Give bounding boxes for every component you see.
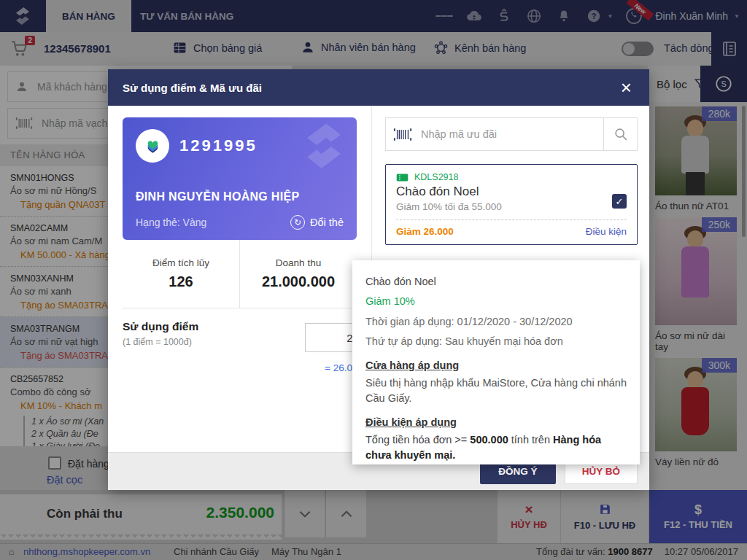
member-column: 1291995 ĐINH NGUYỄN HOÀNG HIỆP Hạng thẻ:…	[108, 106, 372, 452]
membership-heart-icon	[136, 129, 169, 163]
tooltip-condition: Tổng tiền hóa đơn >= 500.000 tính trên H…	[365, 432, 627, 462]
member-stats: Điểm tích lũy 126 Doanh thu 21.000.000	[123, 240, 357, 308]
voucher-search-box	[385, 117, 638, 151]
modal-header: Sử dụng điểm & Mã ưu đãi ×	[108, 69, 649, 106]
member-card-number: 1291995	[179, 136, 258, 155]
points-stat-value: 126	[169, 273, 193, 290]
pos-screen: BÁN HÀNG TƯ VẤN BÁN HÀNG ? ▼ New	[0, 0, 747, 560]
tooltip-time-range: Thời gian áp dụng: 01/12/2020 - 30/12/20…	[365, 314, 627, 329]
revenue-stat: Doanh thu 21.000.000	[239, 240, 357, 308]
voucher-checkbox-checked[interactable]: ✓	[612, 194, 627, 209]
tooltip-discount: Giảm 10%	[365, 294, 627, 308]
tooltip-stores-heading: Cửa hàng áp dụng	[365, 359, 627, 371]
tooltip-stores: Siêu thị hàng nhập khẩu MaiStore, Cửa hà…	[365, 376, 627, 405]
refresh-icon: ↻	[290, 215, 305, 230]
barcode-icon	[386, 128, 419, 141]
ticket-icon	[396, 173, 409, 182]
member-card: 1291995 ĐINH NGUYỄN HOÀNG HIỆP Hạng thẻ:…	[123, 117, 357, 240]
tooltip-apply-order: Thứ tự áp dụng: Sau khuyến mại hóa đơn	[365, 334, 627, 349]
voucher-card[interactable]: KDLS2918 Chào đón Noel Giảm 10% tối đa 5…	[385, 164, 638, 245]
change-card-button[interactable]: ↻ Đổi thẻ	[290, 215, 344, 230]
voucher-discount-amount: Giảm 26.000	[396, 226, 454, 237]
search-icon	[613, 126, 629, 142]
member-name: ĐINH NGUYỄN HOÀNG HIỆP	[136, 190, 299, 203]
member-tier: Hạng thẻ: Vàng	[136, 217, 206, 228]
voucher-description: Giảm 10% tối đa 55.000	[396, 201, 627, 212]
tooltip-conditions-heading: Điều kiện áp dụng	[365, 416, 627, 428]
card-watermark-logo	[295, 120, 352, 174]
voucher-search-input[interactable]	[419, 128, 603, 141]
condition-amount: 500.000	[470, 434, 508, 446]
tooltip-title: Chào đón Noel	[365, 274, 627, 289]
voucher-code: KDLS2918	[414, 172, 458, 182]
voucher-name: Chào đón Noel	[396, 184, 627, 199]
modal-title: Sử dụng điểm & Mã ưu đãi	[123, 82, 618, 94]
revenue-stat-value: 21.000.000	[262, 273, 335, 290]
revenue-stat-label: Doanh thu	[276, 257, 321, 268]
points-stat: Điểm tích lũy 126	[123, 240, 239, 308]
change-card-label: Đổi thẻ	[310, 217, 344, 228]
use-points-section: Sử dụng điểm (1 điểm = 1000đ) = 26.000	[123, 320, 357, 400]
points-stat-label: Điểm tích lũy	[152, 257, 209, 268]
close-icon[interactable]: ×	[618, 79, 635, 96]
search-button[interactable]	[603, 118, 637, 150]
voucher-condition-link[interactable]: Điều kiện	[586, 226, 627, 237]
check-icon: ✓	[616, 196, 624, 207]
voucher-condition-tooltip: Chào đón Noel Giảm 10% Thời gian áp dụng…	[352, 260, 640, 464]
condition-mid: tính trên	[508, 434, 553, 446]
condition-prefix: Tổng tiền hóa đơn >=	[365, 434, 470, 446]
